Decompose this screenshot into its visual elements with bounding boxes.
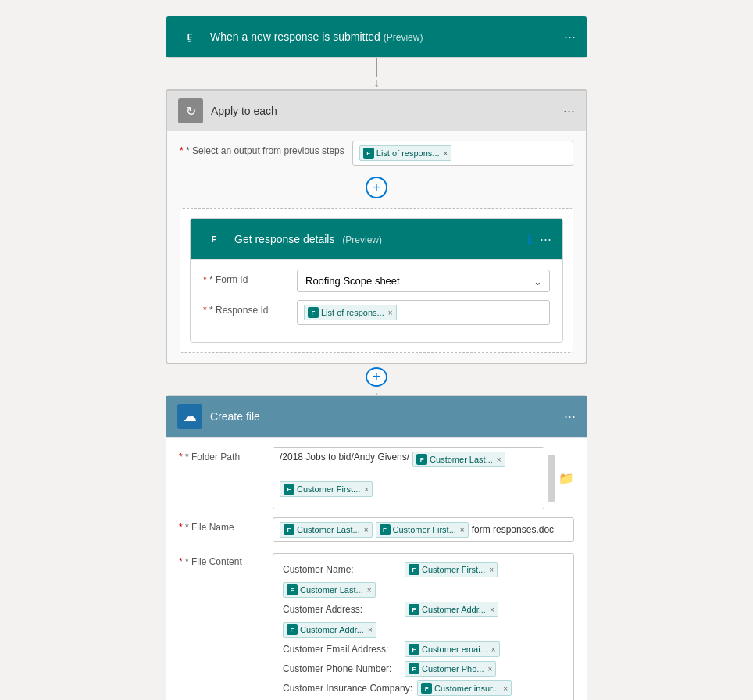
token-close-c[interactable]: ×	[489, 566, 494, 574]
create-file-title: Create file	[210, 410, 556, 423]
folder-path-label: * * Folder Path	[179, 447, 265, 462]
content-token: FCustomer Addr...×	[405, 602, 498, 617]
create-file-card: ☁ Create file ··· * * Folder Path /2018 …	[166, 395, 587, 700]
trigger-header: F ≡ When a new response is submitted (Pr…	[166, 16, 587, 57]
arrow-1: ↓	[373, 77, 380, 89]
content-field-row: Customer Insurance Company:FCustomer ins…	[283, 680, 564, 696]
folder-token-2: F Customer First... ×	[280, 481, 373, 497]
token-close-c[interactable]: ×	[367, 586, 372, 595]
token-icon-c: F	[421, 683, 432, 694]
file-content-area[interactable]: Customer Name:FCustomer First...×FCustom…	[273, 553, 574, 700]
file-name-row: * * File Name F Customer Last... × F Cus…	[179, 517, 574, 542]
content-token: FCustomer insur...×	[417, 680, 512, 696]
token-close-c[interactable]: ×	[503, 684, 508, 693]
file-content-label: * * File Content	[179, 550, 265, 567]
token-icon-c: F	[287, 624, 298, 635]
form-id-row: * * Form Id Roofing Scope sheet	[203, 270, 550, 292]
get-response-header: F Get response details (Preview) ℹ ···	[191, 219, 562, 259]
file-content-row: * * File Content Customer Name:FCustomer…	[179, 550, 574, 700]
content-token: FCustomer Pho...×	[405, 661, 496, 677]
select-output-input[interactable]: F List of respons... ×	[352, 141, 573, 166]
create-file-header: ☁ Create file ···	[166, 396, 587, 437]
content-token: FCustomer Addr...×	[283, 622, 376, 638]
get-response-body: * * Form Id Roofing Scope sheet * * Resp…	[191, 259, 562, 342]
response-id-token: F List of respons... ×	[304, 305, 397, 320]
token-close-c[interactable]: ×	[368, 626, 373, 634]
apply-each-inner: F Get response details (Preview) ℹ ··· *…	[180, 208, 573, 353]
trigger-card: F ≡ When a new response is submitted (Pr…	[166, 16, 587, 58]
get-response-icon: F	[202, 227, 227, 252]
content-token: FCustomer Last...×	[283, 582, 376, 598]
apply-each-body: * * Select an output from previous steps…	[167, 131, 586, 362]
content-token: FCustomer emai...×	[405, 641, 500, 657]
get-response-menu[interactable]: ···	[540, 231, 551, 248]
apply-each-menu[interactable]: ···	[563, 103, 575, 120]
response-id-label: * * Response Id	[203, 300, 289, 316]
get-response-title: Get response details (Preview)	[234, 233, 519, 245]
add-step-btn[interactable]: +	[366, 177, 387, 198]
token-icon-c: F	[287, 584, 298, 595]
apply-each-card: ↻ Apply to each ··· * * Select an output…	[166, 89, 587, 364]
response-id-input[interactable]: F List of respons... ×	[297, 300, 550, 325]
content-field-row: Customer Name:FCustomer First...×FCustom…	[283, 562, 564, 598]
token-icon-c: F	[409, 663, 419, 674]
form-id-label: * * Form Id	[203, 270, 289, 285]
create-file-body: * * Folder Path /2018 Jobs to bid/Andy G…	[166, 437, 587, 700]
content-field-row: Customer Address:FCustomer Addr...×FCust…	[283, 602, 564, 638]
filename-token-2: F Customer First... ×	[376, 522, 469, 538]
apply-each-title: Apply to each	[211, 105, 555, 117]
onedrive-icon: ☁	[177, 404, 202, 429]
list-responses-token: F List of respons... ×	[359, 145, 452, 161]
info-icon[interactable]: ℹ	[527, 232, 532, 247]
trigger-title: When a new response is submitted (Previe…	[210, 30, 556, 43]
field-label: Customer Email Address:	[283, 644, 400, 655]
token-icon-c: F	[409, 644, 419, 655]
connector-1: ↓	[373, 58, 380, 89]
add-between-btn[interactable]: +	[366, 367, 387, 387]
field-label: Customer Name:	[283, 564, 400, 575]
field-label: Customer Phone Number:	[283, 663, 400, 674]
content-field-row: Customer Email Address:FCustomer emai...…	[283, 641, 564, 657]
connector-2: + ↓	[366, 364, 387, 395]
token-icon-c: F	[409, 564, 419, 575]
add-inside-apply: +	[180, 173, 573, 202]
token-icon-c: F	[409, 604, 419, 615]
field-label: Customer Insurance Company:	[283, 683, 412, 694]
token-icon: F	[363, 148, 374, 159]
browse-folder-icon[interactable]: 📁	[559, 471, 574, 486]
response-id-row: * * Response Id F List of respons... ×	[203, 300, 550, 325]
flow-container: F ≡ When a new response is submitted (Pr…	[0, 0, 753, 700]
content-fields: Customer Name:FCustomer First...×FCustom…	[283, 562, 564, 700]
create-file-menu[interactable]: ···	[564, 409, 576, 425]
file-name-label: * * File Name	[179, 517, 265, 533]
forms-icon: F ≡	[177, 24, 202, 49]
token-close-c[interactable]: ×	[490, 605, 494, 614]
field-label: Customer Address:	[283, 604, 400, 615]
loop-icon: ↻	[178, 98, 203, 123]
folder-path-row: * * Folder Path /2018 Jobs to bid/Andy G…	[179, 447, 574, 509]
select-output-row: * * Select an output from previous steps…	[180, 141, 573, 166]
folder-path-input[interactable]: /2018 Jobs to bid/Andy Givens/ F Custome…	[273, 447, 544, 509]
form-id-select-wrapper: Roofing Scope sheet	[297, 270, 550, 292]
token-close-c[interactable]: ×	[487, 665, 492, 673]
form-id-select[interactable]: Roofing Scope sheet	[297, 270, 550, 292]
select-output-label: * * Select an output from previous steps	[180, 141, 344, 156]
folder-path-wrapper: /2018 Jobs to bid/Andy Givens/ F Custome…	[273, 447, 574, 509]
filename-token-1: F Customer Last... ×	[280, 522, 373, 538]
line-1	[376, 58, 377, 77]
scrollbar	[548, 455, 555, 502]
content-field-row: Customer Phone Number:FCustomer Pho...×	[283, 661, 564, 677]
get-response-card: F Get response details (Preview) ℹ ··· *…	[190, 218, 563, 343]
response-token-close[interactable]: ×	[388, 309, 393, 317]
token-close-c[interactable]: ×	[491, 645, 496, 654]
folder-path-row2: F Customer First... ×	[280, 481, 537, 497]
trigger-menu[interactable]: ···	[564, 29, 576, 45]
file-name-input[interactable]: F Customer Last... × F Customer First...…	[273, 517, 574, 542]
folder-token-1: F Customer Last... ×	[412, 452, 505, 467]
token-icon-resp: F	[308, 307, 319, 318]
token-close[interactable]: ×	[444, 149, 448, 158]
apply-each-header: ↻ Apply to each ···	[167, 91, 586, 131]
content-token: FCustomer First...×	[405, 562, 498, 577]
